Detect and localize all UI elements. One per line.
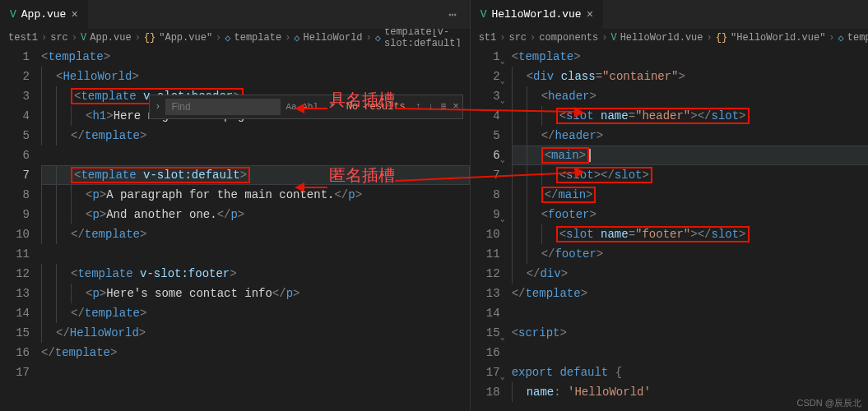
code-line[interactable]: <p>A paragraph for the main content.</p> xyxy=(41,185,470,205)
tab-label: App.vue xyxy=(21,8,67,21)
code-line[interactable]: </main> xyxy=(512,185,868,205)
editor-right[interactable]: 123456789101112131415161718 ⌄<template>⌄… xyxy=(471,47,868,411)
find-input[interactable] xyxy=(165,99,281,115)
tabs-right: V HelloWorld.vue × xyxy=(471,0,868,29)
chevron-right-icon[interactable]: › xyxy=(150,101,165,113)
code-line[interactable] xyxy=(41,145,470,165)
tabs-left: V App.vue × ⋯ xyxy=(0,0,470,29)
gutter-left: 1234567891011121314151617 xyxy=(0,47,41,411)
find-close-icon[interactable]: × xyxy=(449,101,462,113)
breadcrumb-item[interactable]: src xyxy=(508,32,527,44)
breadcrumb-item[interactable]: components xyxy=(539,32,598,44)
code-line[interactable] xyxy=(512,343,868,363)
find-next-icon[interactable]: ↓ xyxy=(425,101,437,113)
breadcrumbs-left[interactable]: test1›src›VApp.vue›{}"App.vue"›◇template… xyxy=(0,29,470,47)
breadcrumb-item[interactable]: HelloWorld.vue xyxy=(620,32,703,44)
code-line[interactable]: <slot name="footer"></slot> xyxy=(512,224,868,244)
breadcrumb-item[interactable]: template xyxy=(847,32,868,44)
breadcrumbs-right[interactable]: st1›src›components›VHelloWorld.vue›{}"He… xyxy=(471,29,868,47)
vue-icon: V xyxy=(480,8,487,21)
tab-actions[interactable]: ⋯ xyxy=(440,7,470,23)
gutter-right: 123456789101112131415161718 xyxy=(471,47,512,411)
breadcrumb-item[interactable]: src xyxy=(50,32,68,44)
code-line[interactable]: <HelloWorld> xyxy=(41,67,470,86)
code-line[interactable]: <template v-slot:footer> xyxy=(41,264,470,284)
breadcrumb-item[interactable]: st1 xyxy=(479,32,497,44)
find-status: No results xyxy=(340,101,412,113)
code-line[interactable]: ⌄<div class="container"> xyxy=(512,67,868,86)
code-line[interactable]: ⌄<header> xyxy=(512,86,868,106)
vue-icon: V xyxy=(10,8,16,21)
breadcrumb-item[interactable]: "HelloWorld.vue" xyxy=(731,32,825,44)
code-line[interactable]: </footer> xyxy=(512,244,868,264)
code-line[interactable]: ⌄<main> xyxy=(512,145,868,165)
code-line[interactable]: <p>And another one.</p> xyxy=(41,205,470,224)
code-line[interactable]: ⌄<template> xyxy=(512,47,868,67)
code-line[interactable]: <slot name="header"></slot> xyxy=(512,106,868,126)
code-line[interactable]: </template> xyxy=(41,224,470,244)
breadcrumb-item[interactable]: App.vue xyxy=(90,32,131,44)
code-line[interactable]: <p>Here's some contact info</p> xyxy=(41,284,470,303)
code-line[interactable]: <slot></slot> xyxy=(512,165,868,185)
tab-helloworld-vue[interactable]: V HelloWorld.vue × xyxy=(471,0,603,29)
close-icon[interactable]: × xyxy=(587,8,593,21)
code-line[interactable]: </template> xyxy=(41,303,470,323)
editor-left[interactable]: › Aa Abl .* No results ↑ ↓ ≡ × 123456789… xyxy=(0,47,470,411)
breadcrumb-item[interactable]: test1 xyxy=(8,32,38,44)
code-line[interactable]: </template> xyxy=(512,284,868,303)
code-line[interactable]: </template> xyxy=(41,126,470,145)
code-right[interactable]: ⌄<template>⌄<div class="container">⌄<hea… xyxy=(512,47,868,411)
code-line[interactable] xyxy=(41,363,470,382)
code-line[interactable]: </div> xyxy=(512,264,868,284)
code-line[interactable]: ⌄<footer> xyxy=(512,205,868,224)
code-line[interactable]: <template v-slot:default> xyxy=(41,165,470,185)
breadcrumb-item[interactable]: HelloWorld xyxy=(304,32,363,44)
find-selection-icon[interactable]: ≡ xyxy=(437,101,449,113)
code-line[interactable]: ⌄<script> xyxy=(512,323,868,343)
close-icon[interactable]: × xyxy=(71,8,77,21)
code-line[interactable]: </header> xyxy=(512,126,868,145)
find-prev-icon[interactable]: ↑ xyxy=(412,101,425,113)
watermark: CSDN @辰辰北 xyxy=(797,397,861,409)
breadcrumb-item[interactable]: template xyxy=(234,32,282,44)
code-line[interactable]: <template> xyxy=(41,47,470,67)
right-editor-pane: V HelloWorld.vue × st1›src›components›VH… xyxy=(471,0,868,411)
find-options[interactable]: Aa Abl .* xyxy=(281,102,339,112)
left-editor-pane: V App.vue × ⋯ test1›src›VApp.vue›{}"App.… xyxy=(0,0,471,411)
code-line[interactable]: ⌄export default { xyxy=(512,363,868,382)
tab-app-vue[interactable]: V App.vue × xyxy=(0,0,88,29)
code-line[interactable]: </HelloWorld> xyxy=(41,323,470,343)
breadcrumb-item[interactable]: template[v-slot:default] xyxy=(384,29,462,47)
code-line[interactable]: </template> xyxy=(41,343,470,363)
breadcrumb-item[interactable]: "App.vue" xyxy=(159,32,212,44)
code-line[interactable] xyxy=(41,244,470,264)
find-bar: › Aa Abl .* No results ↑ ↓ ≡ × xyxy=(149,95,462,119)
tab-label: HelloWorld.vue xyxy=(491,8,581,21)
code-line[interactable] xyxy=(512,303,868,323)
